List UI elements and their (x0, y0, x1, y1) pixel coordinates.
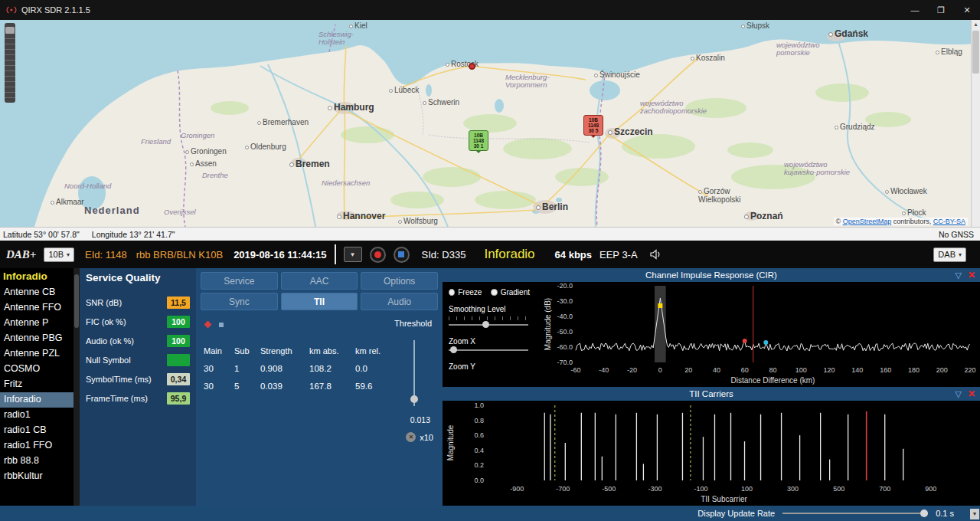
tab-options[interactable]: Options (361, 272, 438, 290)
datetime-readout: 2019-08-16 11:44:15 (234, 249, 326, 260)
cir-chart[interactable]: -20.0-30.0-40.0-50.0-60.0-70.0-60-40-200… (542, 282, 978, 387)
station-list-item-antenne-pzl[interactable]: Antenne PZL (0, 346, 80, 362)
speaker-icon[interactable] (650, 249, 662, 260)
table-cell: 5 (234, 382, 260, 391)
scrollbar-thumb[interactable] (74, 274, 79, 328)
svg-text:Magnitude (dB): Magnitude (dB) (544, 298, 552, 350)
details-tabs-panel: ServiceAACOptions SyncTIIAudio Threshold… (196, 268, 443, 506)
map-label-hamburg: Hamburg (328, 103, 374, 113)
x10-close-button[interactable]: ✕ (406, 432, 416, 442)
close-icon: ✕ (408, 434, 413, 441)
collapse-panel-icon[interactable]: ▽ (955, 270, 961, 280)
tab-audio[interactable]: Audio (361, 293, 438, 310)
maximize-button[interactable]: ❐ (928, 5, 954, 15)
svg-text:300: 300 (787, 485, 799, 493)
quality-row-frametime-ms: FrameTime (ms)95,9 (86, 388, 190, 408)
map-label-groningen: Groningen (185, 147, 227, 156)
scrollbar-down-arrow[interactable]: ▼ (970, 509, 979, 519)
tab-sync[interactable]: Sync (201, 293, 278, 310)
station-list-item-rbbkultur[interactable]: rbbKultur (0, 469, 80, 484)
slider-handle[interactable] (450, 346, 457, 353)
station-list-item-inforadio[interactable]: Inforadio (0, 392, 80, 408)
table-row[interactable]: 3050.039167.859.6 (204, 377, 395, 395)
slider-handle[interactable] (920, 510, 928, 517)
channel-dropdown[interactable]: 10B ▾ (44, 247, 74, 262)
station-list-item-radio1-cb[interactable]: radio1 CB (0, 423, 80, 438)
station-list-item-antenne-p[interactable]: Antenne P (0, 316, 80, 331)
quality-label: Null Symbol (86, 356, 167, 365)
scrollbar-up-arrow[interactable]: ▲ (972, 20, 980, 29)
map-label-elbl-g: Elbląg (936, 48, 962, 56)
transmitter-marker-green[interactable]: 10B114830 1 (469, 130, 488, 151)
tab-aac[interactable]: AAC (281, 272, 358, 290)
column-header-km-rel: km rel. (355, 346, 394, 356)
record-button[interactable] (370, 247, 386, 263)
attribution-text: contributors, (893, 218, 932, 225)
freeze-radio[interactable] (449, 289, 455, 296)
display-update-rate-value: 0.1 s (936, 509, 954, 518)
svg-text:220: 220 (964, 366, 975, 374)
station-list-item-cosmo[interactable]: COSMO (0, 362, 80, 377)
city-dot (608, 130, 612, 135)
station-list-item-rbb-88-8[interactable]: rbb 88.8 (0, 454, 80, 469)
city-dot (398, 220, 402, 224)
smoothing-slider[interactable] (449, 321, 528, 329)
close-panel-icon[interactable]: ✕ (968, 270, 975, 280)
tii-carriers-panel: TII Carriers ▽ ✕ 0.00.20.40.60.81.0-900-… (443, 387, 980, 506)
sidebar-scrollbar[interactable] (74, 268, 80, 506)
station-list-item-antenne-pbg[interactable]: Antenne PBG (0, 331, 80, 346)
station-list-item-fritz[interactable]: Fritz (0, 377, 80, 392)
tab-tii[interactable]: TII (281, 293, 358, 310)
band-dropdown[interactable]: DAB ▾ (933, 247, 966, 262)
city-dot (328, 106, 332, 110)
table-cell: 30 (204, 364, 234, 373)
map-label-wojew-dztwo-pomorskie: województwo pomorskie (776, 41, 820, 57)
zoom-handle[interactable] (5, 27, 15, 34)
quality-row-fic-ok: FIC (ok %)100 (86, 312, 190, 331)
map-label-gorz-w-wielkopolski: Gorzów Wielkopolski (698, 187, 741, 204)
map-scrollbar[interactable]: ▲ (971, 20, 980, 227)
transmitter-marker-red[interactable]: 10B114830 5 (583, 115, 603, 136)
table-cell: 30 (204, 382, 234, 391)
station-list-item-antenne-ffo[interactable]: Antenne FFO (0, 300, 80, 316)
tab-row-1: ServiceAACOptions (201, 272, 438, 290)
close-button[interactable]: ✕ (954, 5, 980, 15)
scrollbar-thumb[interactable] (972, 31, 979, 74)
main-area: Inforadio Antenne CBAntenne FFOAntenne P… (0, 268, 980, 506)
table-header-row: MainSubStrengthkm abs.km rel. (204, 342, 395, 359)
license-link[interactable]: CC-BY-SA (933, 218, 965, 225)
openstreetmap-link[interactable]: OpenStreetMap (843, 218, 892, 225)
station-list-item-radio1[interactable]: radio1 (0, 408, 80, 423)
tii-panel-header: TII Carriers ▽ ✕ (443, 387, 980, 401)
gradient-radio[interactable] (491, 289, 497, 296)
quality-value: 95,9 (167, 392, 190, 405)
presets-dropdown-button[interactable]: ▼ (344, 247, 362, 262)
collapse-panel-icon[interactable]: ▽ (955, 389, 961, 399)
chevron-down-icon: ▾ (959, 251, 962, 258)
threshold-slider[interactable] (410, 340, 418, 406)
slider-handle[interactable] (482, 321, 489, 328)
station-list-item-radio1-ffo[interactable]: radio1 FFO (0, 438, 80, 454)
quality-label: FIC (ok %) (86, 317, 167, 326)
zoom-x-slider[interactable] (449, 346, 528, 354)
svg-text:140: 140 (851, 366, 863, 374)
gnss-status: No GNSS (939, 230, 974, 239)
close-panel-icon[interactable]: ✕ (968, 388, 975, 399)
quality-value: 100 (167, 335, 190, 347)
map-label-szczecin: Szczecin (608, 127, 653, 137)
latitude-readout: Latitude 53° 00' 57.8" (3, 230, 80, 239)
display-update-rate-slider[interactable] (782, 509, 928, 518)
city-dot (257, 121, 261, 125)
stop-button[interactable] (394, 247, 410, 263)
station-list-item-antenne-cb[interactable]: Antenne CB (0, 285, 80, 300)
city-dot (828, 32, 833, 37)
longitude-readout: Longitude 13° 21' 41.7" (92, 230, 175, 239)
map-view[interactable]: KielSchleswig- HolsteinLübeckHamburgSchw… (0, 20, 980, 227)
table-row[interactable]: 3010.908108.20.0 (204, 359, 395, 377)
tab-service[interactable]: Service (201, 272, 278, 290)
tii-chart[interactable]: 0.00.20.40.60.81.0-900-700-500-300-10010… (443, 401, 980, 506)
map-label-grudzi-dz: Grudziądz (835, 123, 875, 131)
map-zoom-slider[interactable] (5, 23, 15, 103)
minimize-button[interactable]: — (902, 5, 928, 15)
threshold-slider-handle[interactable] (410, 395, 418, 403)
